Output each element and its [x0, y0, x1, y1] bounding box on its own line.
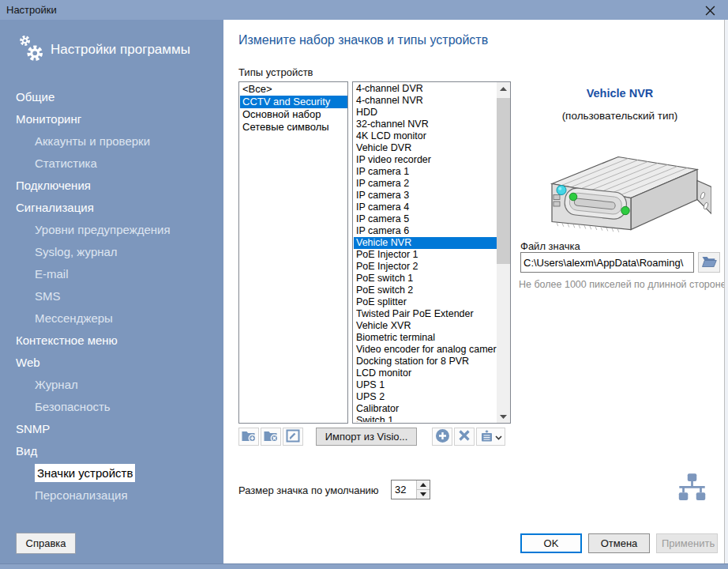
list-item[interactable]: UPS 2 [354, 391, 497, 403]
plus-circle-icon [435, 428, 450, 446]
icon-file-path-input[interactable] [520, 252, 694, 273]
import-visio-button[interactable]: Импорт из Visio... [316, 428, 417, 446]
preview-device-name: Vehicle NVR [520, 87, 719, 100]
list-item[interactable]: PoE switch 2 [354, 284, 497, 296]
icon-size-hint: Не более 1000 пикселей по длинной сторон… [519, 279, 722, 290]
list-item[interactable]: IP camera 1 [354, 166, 497, 178]
titlebar: Настройки [0, 0, 728, 20]
list-item[interactable]: Calibrator [354, 403, 497, 415]
list-item[interactable]: 4-channel NVR [354, 95, 497, 107]
apply-button[interactable]: Применить [656, 533, 718, 553]
list-item[interactable]: HDD [354, 107, 497, 119]
page-title: Измените набор значков и типы устройств [238, 33, 488, 47]
list-item[interactable]: Biometric terminal [354, 332, 497, 344]
paste-device-dropdown-button[interactable] [476, 428, 505, 446]
lan-topology-icon [674, 471, 710, 511]
window-frame-right [724, 20, 728, 563]
sidebar-item[interactable]: E-mail [0, 263, 223, 285]
sidebar-item[interactable]: Аккаунты и проверки [0, 130, 223, 153]
open-folder-icon [701, 255, 717, 270]
sidebar-item[interactable]: Безопасность [0, 396, 223, 418]
spin-down-icon[interactable] [417, 490, 430, 499]
delete-category-button[interactable] [261, 428, 281, 446]
sidebar-item[interactable]: Web [0, 352, 223, 374]
folder-plus-icon [241, 429, 257, 445]
sidebar-item[interactable]: Вид [0, 440, 223, 462]
list-item[interactable]: IP camera 3 [354, 190, 497, 202]
list-item[interactable]: Video encoder for analog camera [354, 344, 497, 356]
sidebar-title: Настройки программы [51, 42, 190, 58]
scrollbar-thumb[interactable] [497, 98, 510, 264]
help-button[interactable]: Справка [16, 533, 76, 554]
sidebar: Настройки программы ОбщиеМониторингАккау… [0, 20, 223, 563]
list-item[interactable]: UPS 1 [354, 379, 497, 391]
list-item[interactable]: IP camera 2 [354, 178, 497, 190]
edit-category-button[interactable] [283, 428, 303, 446]
list-item[interactable]: Docking station for 8 PVR [354, 356, 497, 367]
sidebar-item[interactable]: Персонализация [0, 484, 223, 507]
sidebar-item[interactable]: Уровни предупреждения [0, 219, 223, 241]
settings-dialog: Настройки Настройки программы ОбщиеМонит… [0, 0, 728, 569]
category-list: <Все>CCTV and SecurityОсновной наборСете… [240, 83, 347, 422]
icon-size-label: Размер значка по умолчанию [238, 484, 379, 496]
sidebar-item[interactable]: SMS [0, 285, 223, 307]
list-item[interactable]: CCTV and Security [240, 96, 347, 108]
list-item[interactable]: PoE Injector 2 [354, 261, 497, 273]
preview-device-type: (пользовательский тип) [520, 110, 719, 122]
list-item[interactable]: PoE splitter [354, 296, 497, 308]
sidebar-item[interactable]: Журнал [0, 374, 223, 396]
list-item[interactable]: Vehicle DVR [354, 142, 497, 154]
add-category-button[interactable] [238, 428, 259, 446]
list-item[interactable]: PoE switch 1 [354, 273, 497, 284]
sidebar-item[interactable]: Значки устройств [0, 462, 223, 484]
list-item[interactable]: Сетевые символы [240, 121, 347, 134]
icon-size-stepper [391, 480, 430, 499]
browse-button[interactable] [698, 252, 720, 273]
device-list-scrollbar[interactable] [497, 82, 510, 423]
list-item[interactable]: Основной набор [240, 108, 347, 121]
cancel-button[interactable]: Отмена [588, 533, 650, 553]
sidebar-item[interactable]: Мониторинг [0, 108, 223, 130]
category-listbox: <Все>CCTV and SecurityОсновной наборСете… [238, 81, 348, 424]
sidebar-item[interactable]: Контекстное меню [0, 330, 223, 352]
gears-icon [16, 33, 47, 68]
sidebar-item[interactable]: Подключения [0, 175, 223, 197]
window-title: Настройки [6, 0, 57, 20]
list-item[interactable]: Vehicle NVR [354, 237, 497, 249]
spin-up-icon[interactable] [417, 480, 430, 490]
scroll-up-icon[interactable] [497, 82, 510, 95]
pencil-square-icon [286, 429, 300, 445]
sidebar-item[interactable]: SNMP [0, 418, 223, 440]
icon-size-input[interactable] [392, 480, 418, 499]
window-frame-bottom [0, 563, 728, 569]
sidebar-nav: ОбщиеМониторингАккаунты и проверкиСтатис… [0, 86, 223, 507]
delete-device-button[interactable] [454, 428, 475, 446]
list-item[interactable]: PoE Injector 1 [354, 249, 497, 261]
sidebar-item[interactable]: Сигнализация [0, 197, 223, 219]
sidebar-item[interactable]: Статистика [0, 153, 223, 175]
chevron-down-icon [495, 431, 502, 443]
list-item[interactable]: 32-channel NVR [354, 119, 497, 130]
scroll-down-icon[interactable] [497, 410, 510, 423]
x-mark-icon [458, 429, 471, 444]
sidebar-item[interactable]: Syslog, журнал [0, 241, 223, 263]
list-item[interactable]: 4-channel DVR [354, 83, 497, 95]
add-device-button[interactable] [432, 428, 452, 446]
list-item[interactable]: Twisted Pair PoE Extender [354, 308, 497, 320]
list-item[interactable]: <Все> [240, 83, 347, 96]
main-content: Измените набор значков и типы устройств … [223, 20, 724, 563]
device-types-label: Типы устройств [238, 66, 313, 78]
close-icon[interactable] [701, 3, 719, 17]
list-item[interactable]: IP camera 6 [354, 225, 497, 237]
list-item[interactable]: IP camera 5 [354, 213, 497, 225]
sidebar-item[interactable]: Мессенджеры [0, 307, 223, 330]
list-item[interactable]: LCD monitor [354, 367, 497, 379]
folder-x-icon [263, 429, 279, 445]
list-item[interactable]: 4K LCD monitor [354, 130, 497, 142]
ok-button[interactable]: OK [520, 533, 582, 553]
list-item[interactable]: IP video recorder [354, 154, 497, 166]
list-item[interactable]: Switch 1 [354, 415, 497, 422]
list-item[interactable]: IP camera 4 [354, 202, 497, 213]
list-item[interactable]: Vehicle XVR [354, 320, 497, 332]
sidebar-item[interactable]: Общие [0, 86, 223, 108]
